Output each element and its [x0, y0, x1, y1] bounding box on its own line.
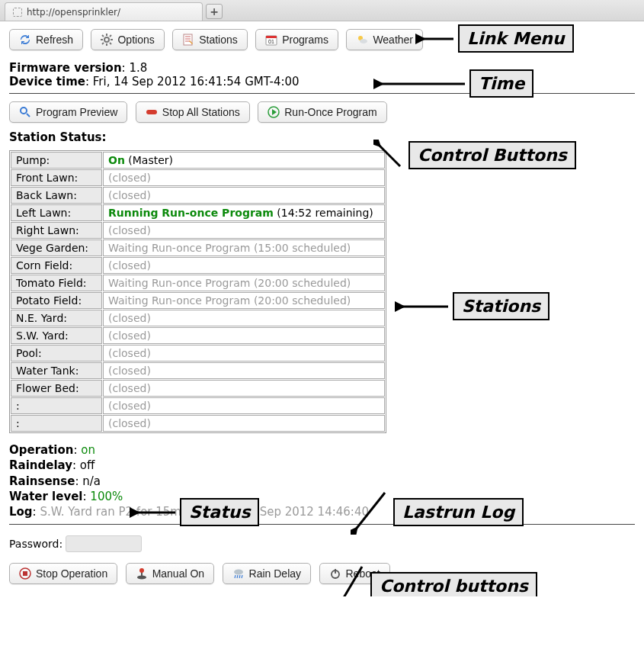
station-name: Water Tank: [11, 362, 102, 379]
programs-button[interactable]: 01 Programs [255, 29, 338, 50]
station-closed-text: (closed) [108, 347, 151, 359]
station-status: (closed) [103, 397, 385, 414]
station-name: N.E. Yard: [11, 310, 102, 326]
refresh-button[interactable]: Refresh [9, 29, 83, 50]
svg-line-8 [110, 35, 111, 37]
stop-operation-button[interactable]: Stop Operation [9, 563, 117, 584]
station-row: Corn Field:(closed) [11, 257, 385, 274]
station-row: :(closed) [11, 415, 385, 432]
station-row: Water Tank:(closed) [11, 362, 385, 379]
station-closed-text: (closed) [108, 417, 151, 429]
program-preview-button[interactable]: Program Preview [9, 101, 127, 123]
svg-line-5 [102, 35, 104, 37]
password-input[interactable] [66, 535, 142, 552]
station-suffix: (Master) [125, 154, 173, 166]
log-value: S.W. Yard ran P2 for 15m45s @ Fri, 14 Se… [40, 505, 369, 519]
run-once-button[interactable]: Run-Once Program [258, 101, 386, 123]
options-label: Options [117, 34, 154, 46]
svg-rect-24 [23, 571, 27, 576]
manual-on-button[interactable]: Manual On [126, 563, 214, 584]
station-name: S.W. Yard: [11, 327, 102, 344]
waterlevel-value: 100% [90, 490, 123, 503]
device-time-value: Fri, 14 Sep 2012 16:41:54 GMT-4:00 [93, 75, 300, 88]
station-suffix: (14:52 remaining) [274, 207, 373, 219]
station-status: (closed) [103, 187, 385, 204]
svg-point-0 [104, 37, 109, 42]
station-status: (closed) [103, 380, 385, 397]
svg-point-18 [21, 108, 27, 114]
run-once-label: Run-Once Program [284, 106, 376, 118]
station-name: Vege Garden: [11, 239, 102, 256]
power-icon [329, 567, 341, 580]
svg-rect-20 [146, 110, 157, 114]
station-closed-text: (closed) [108, 224, 151, 236]
station-name: Pump: [11, 152, 102, 169]
annotation-control-buttons-label: Control Buttons [409, 141, 576, 169]
stop-all-stations-label: Stop All Stations [162, 106, 240, 118]
raindelay-value: off [80, 458, 95, 472]
svg-marker-22 [272, 109, 277, 115]
firmware-value: 1.8 [129, 61, 147, 75]
rain-delay-button[interactable]: Rain Delay [223, 563, 311, 584]
options-button[interactable]: Options [91, 29, 164, 50]
control-buttons-bar: Program Preview Stop All Stations Run-On… [9, 101, 635, 123]
separator [9, 93, 635, 94]
station-row: Left Lawn:Running Run-once Program (14:5… [11, 204, 385, 221]
svg-point-28 [234, 570, 243, 575]
firmware-label: Firmware version [9, 61, 122, 75]
annotation-stations-label: Stations [453, 292, 549, 320]
station-row: Vege Garden:Waiting Run-once Program (15… [11, 239, 385, 256]
station-closed-text: (closed) [108, 400, 151, 412]
reboot-button[interactable]: Reboot [319, 563, 390, 584]
station-row: N.E. Yard:(closed) [11, 310, 385, 326]
magnifier-icon [19, 106, 31, 118]
station-row: Front Lawn:(closed) [11, 169, 385, 186]
station-name: Left Lawn: [11, 204, 102, 221]
station-closed-text: (closed) [108, 172, 151, 184]
station-name: Tomato Field: [11, 275, 102, 291]
svg-point-27 [139, 568, 144, 573]
station-row: :(closed) [11, 397, 385, 414]
svg-line-32 [242, 575, 242, 578]
station-row: S.W. Yard:(closed) [11, 327, 385, 344]
station-status: (closed) [103, 257, 385, 274]
station-status-table: Pump:On (Master)Front Lawn:(closed)Back … [9, 150, 386, 433]
browser-tab-active[interactable]: http://opensprinkler/ [5, 2, 203, 21]
station-closed-text: (closed) [108, 329, 151, 342]
svg-line-7 [102, 43, 104, 44]
svg-line-6 [110, 43, 111, 44]
stop-icon [19, 567, 31, 580]
rainsense-label: Rainsense [9, 474, 75, 488]
station-name: : [11, 397, 102, 414]
station-status: Waiting Run-once Program (20:00 schedule… [103, 275, 385, 291]
station-name: : [11, 415, 102, 432]
rain-delay-label: Rain Delay [249, 567, 301, 580]
stop-operation-label: Stop Operation [36, 567, 107, 580]
reboot-label: Reboot [346, 567, 380, 580]
station-closed-text: (closed) [108, 259, 151, 272]
raindelay-label: Raindelay [9, 458, 72, 472]
joystick-icon [136, 567, 148, 580]
weather-label: Weather [373, 34, 413, 46]
station-name: Back Lawn: [11, 187, 102, 204]
station-name: Potato Field: [11, 292, 102, 309]
operation-label: Operation [9, 443, 73, 457]
svg-line-19 [27, 114, 30, 117]
stop-all-stations-button[interactable]: Stop All Stations [136, 101, 250, 123]
stations-button[interactable]: Stations [172, 29, 248, 50]
station-waiting-text: Waiting Run-once Program (15:00 schedule… [108, 242, 351, 254]
station-row: Tomato Field:Waiting Run-once Program (2… [11, 275, 385, 291]
gear-icon [101, 34, 113, 46]
new-tab-button[interactable]: + [206, 4, 223, 19]
weather-button[interactable]: Weather [346, 29, 423, 50]
station-closed-text: (closed) [108, 312, 151, 324]
station-status: Waiting Run-once Program (15:00 schedule… [103, 239, 385, 256]
station-status: (closed) [103, 415, 385, 432]
browser-url: http://opensprinkler/ [27, 7, 120, 18]
rain-icon [232, 567, 245, 580]
svg-rect-14 [266, 36, 277, 38]
calendar-icon: 01 [265, 34, 277, 46]
station-row: Potato Field:Waiting Run-once Program (2… [11, 292, 385, 309]
station-status: (closed) [103, 345, 385, 362]
station-status: (closed) [103, 222, 385, 239]
